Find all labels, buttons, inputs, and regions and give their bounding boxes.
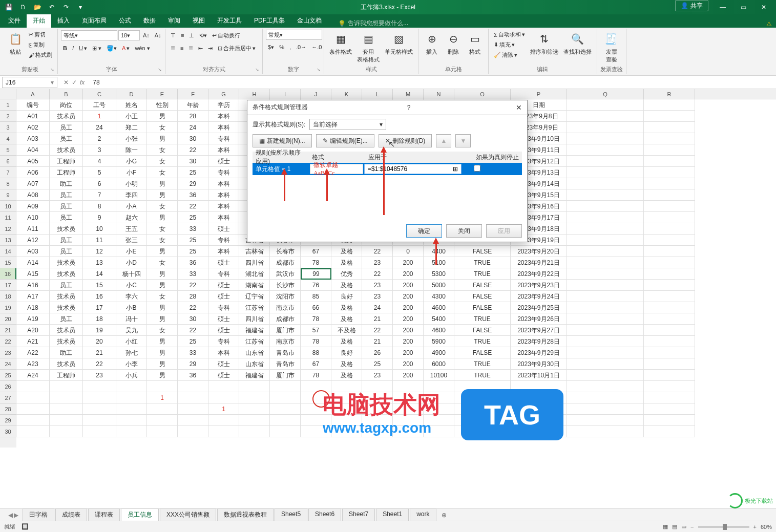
- column-header[interactable]: I: [270, 89, 301, 99]
- cell[interactable]: 不及格: [331, 325, 362, 336]
- cell[interactable]: 33: [178, 347, 208, 358]
- row-header[interactable]: 16: [0, 268, 16, 280]
- cell[interactable]: 工号: [83, 99, 116, 111]
- cell[interactable]: [116, 426, 147, 437]
- cell[interactable]: [644, 133, 695, 144]
- tab-view[interactable]: 视图: [186, 14, 211, 28]
- cell[interactable]: [567, 426, 644, 437]
- cell[interactable]: 28: [178, 291, 208, 302]
- cell[interactable]: 24: [362, 302, 393, 313]
- row-header[interactable]: 3: [0, 122, 16, 133]
- cell[interactable]: 33: [178, 268, 208, 280]
- cell[interactable]: 小A: [116, 201, 147, 212]
- cell[interactable]: 小E: [116, 246, 147, 257]
- cell[interactable]: [567, 257, 644, 268]
- cell[interactable]: 员工: [50, 122, 83, 133]
- cell[interactable]: [644, 212, 695, 223]
- copy-button[interactable]: ⎘ 复制: [27, 40, 54, 50]
- cell[interactable]: 200: [393, 257, 424, 268]
- cell[interactable]: 硕士: [208, 156, 239, 167]
- align-middle-icon[interactable]: ≡: [179, 31, 186, 39]
- cell[interactable]: 28: [178, 111, 208, 122]
- cell[interactable]: [567, 291, 644, 302]
- cell[interactable]: [16, 426, 50, 437]
- cell[interactable]: [644, 381, 695, 392]
- cell[interactable]: [301, 415, 331, 426]
- cell[interactable]: [644, 291, 695, 302]
- row-header[interactable]: 6: [0, 156, 16, 167]
- cell[interactable]: [644, 313, 695, 325]
- cell[interactable]: A11: [16, 223, 50, 235]
- cell[interactable]: A05: [16, 156, 50, 167]
- column-header[interactable]: E: [147, 89, 178, 99]
- cell[interactable]: 员工: [50, 313, 83, 325]
- cell[interactable]: 4400: [424, 246, 454, 257]
- cell[interactable]: [644, 392, 695, 403]
- cell[interactable]: [644, 257, 695, 268]
- cell[interactable]: 2023年9月21日: [511, 257, 567, 268]
- underline-button[interactable]: U ▾: [77, 44, 89, 53]
- cell[interactable]: 2023年9月30日: [511, 358, 567, 370]
- cell[interactable]: [208, 392, 239, 403]
- cell[interactable]: 男: [147, 313, 178, 325]
- column-header[interactable]: B: [50, 89, 83, 99]
- sheet-tab[interactable]: 田字格: [23, 508, 54, 522]
- cell[interactable]: 男: [147, 302, 178, 313]
- cell[interactable]: 厦门市: [270, 325, 301, 336]
- sheet-nav-prev-icon[interactable]: ◀: [8, 512, 13, 519]
- cell[interactable]: 23: [362, 280, 393, 291]
- cell[interactable]: 男: [147, 178, 178, 189]
- cell[interactable]: 员工: [50, 189, 83, 201]
- cell[interactable]: A03: [16, 133, 50, 144]
- cell[interactable]: 助工: [50, 178, 83, 189]
- cell[interactable]: [331, 415, 362, 426]
- cell[interactable]: [239, 415, 270, 426]
- cell[interactable]: [116, 381, 147, 392]
- cell[interactable]: 22: [178, 144, 208, 156]
- cell[interactable]: TRUE: [454, 336, 511, 347]
- cell[interactable]: [83, 381, 116, 392]
- cell[interactable]: [83, 392, 116, 403]
- currency-icon[interactable]: $▾: [266, 43, 276, 52]
- cell[interactable]: 2023年10月1日: [511, 370, 567, 381]
- cell[interactable]: [644, 122, 695, 133]
- minimize-icon[interactable]: —: [712, 0, 733, 14]
- fx-icon[interactable]: fx: [80, 79, 85, 86]
- cell[interactable]: 6: [83, 178, 116, 189]
- cell[interactable]: 本科: [208, 246, 239, 257]
- cell[interactable]: 小明: [116, 178, 147, 189]
- cell[interactable]: 青岛市: [270, 347, 301, 358]
- align-top-icon[interactable]: ⊤: [169, 31, 178, 40]
- cell[interactable]: 专科: [208, 336, 239, 347]
- cell[interactable]: [567, 212, 644, 223]
- cell[interactable]: [567, 246, 644, 257]
- cell[interactable]: A04: [16, 144, 50, 156]
- find-select-button[interactable]: 🔍查找和选择: [561, 30, 594, 57]
- cell[interactable]: A08: [16, 189, 50, 201]
- cell[interactable]: [83, 403, 116, 415]
- cell[interactable]: 员工: [50, 235, 83, 246]
- cell[interactable]: 200: [393, 336, 424, 347]
- dialog-launcher-icon[interactable]: ↘: [158, 67, 164, 73]
- cell[interactable]: [644, 336, 695, 347]
- new-rule-button[interactable]: ▦ 新建规则(N)...: [253, 134, 312, 147]
- row-header[interactable]: 10: [0, 201, 16, 212]
- cell[interactable]: 99: [301, 268, 331, 280]
- cell[interactable]: [567, 280, 644, 291]
- cell[interactable]: 男: [147, 212, 178, 223]
- cell[interactable]: [424, 392, 454, 403]
- restore-icon[interactable]: ▭: [733, 0, 753, 14]
- cell[interactable]: 技术员: [50, 325, 83, 336]
- cell[interactable]: FALSE: [454, 325, 511, 336]
- cell[interactable]: [270, 426, 301, 437]
- cell[interactable]: 厦门市: [270, 370, 301, 381]
- cell[interactable]: 2023年9月25日: [511, 302, 567, 313]
- cell[interactable]: [567, 111, 644, 122]
- cell[interactable]: 及格: [331, 246, 362, 257]
- row-header[interactable]: 27: [0, 392, 16, 403]
- cell[interactable]: 22: [362, 246, 393, 257]
- cell[interactable]: 16: [83, 291, 116, 302]
- cell[interactable]: 88: [301, 347, 331, 358]
- cell[interactable]: A19: [16, 313, 50, 325]
- cell[interactable]: [116, 403, 147, 415]
